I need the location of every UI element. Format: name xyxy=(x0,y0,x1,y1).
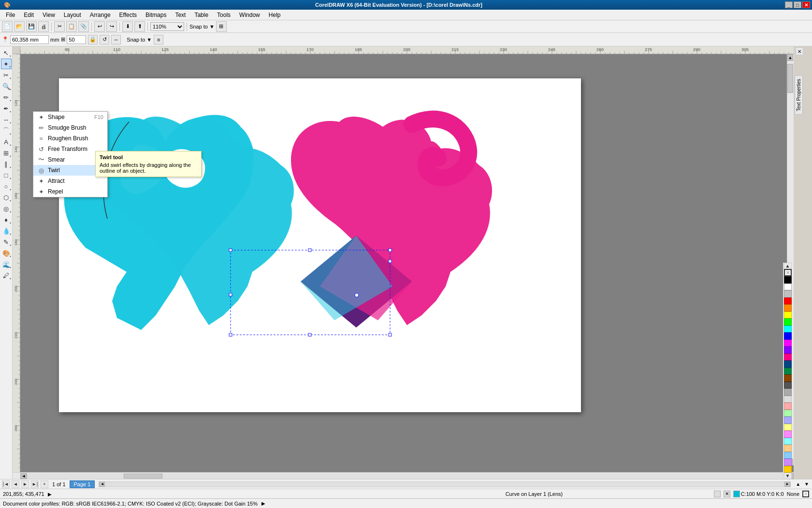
handle-center[interactable] xyxy=(355,293,359,297)
menu-tools[interactable]: Tools xyxy=(213,11,234,19)
menu-table[interactable]: Table xyxy=(190,11,212,19)
snap-btn[interactable]: ⊞ xyxy=(216,21,227,32)
smart-draw-tool[interactable]: ✒▾ xyxy=(1,103,12,114)
color-swatch-darkgreen[interactable] xyxy=(784,368,792,375)
color-swatch-violet[interactable] xyxy=(784,346,792,354)
color-swatch-gray[interactable] xyxy=(784,290,792,298)
dimension-tool[interactable]: ↔▾ xyxy=(1,114,12,125)
hscroll[interactable]: ◄ ► xyxy=(20,473,794,479)
interactive-tool[interactable]: 🖊▾ xyxy=(1,270,12,281)
paste-btn[interactable]: 📎 xyxy=(78,21,89,32)
handle-bm[interactable] xyxy=(308,333,311,336)
ctx-smudge[interactable]: ✏ Smudge Brush xyxy=(33,122,107,133)
color-swatch-gold[interactable] xyxy=(784,466,792,473)
color-swatch-pink[interactable] xyxy=(784,354,792,361)
hscroll-thumb[interactable] xyxy=(124,474,162,478)
page-scroll-left[interactable]: ◄ xyxy=(99,482,105,487)
last-page-btn[interactable]: ►| xyxy=(31,480,39,488)
handle-ml[interactable] xyxy=(229,293,232,296)
menu-effects[interactable]: Effects xyxy=(116,11,141,19)
color-swatch-lightmagenta[interactable] xyxy=(784,431,792,438)
save-btn[interactable]: 💾 xyxy=(26,21,37,32)
x-coord-input[interactable] xyxy=(10,35,49,44)
close-button[interactable]: ✕ xyxy=(802,1,810,8)
color-swatch-lightblue[interactable] xyxy=(784,417,792,424)
table-tool[interactable]: ⊞▾ xyxy=(1,148,12,158)
first-page-btn[interactable]: |◄ xyxy=(2,480,10,488)
handle-bl[interactable] xyxy=(229,333,232,336)
hscroll-left[interactable]: ◄ xyxy=(20,473,27,479)
menu-arrange[interactable]: Arrange xyxy=(86,11,115,19)
ctx-attract[interactable]: ✦ Attract xyxy=(33,176,107,186)
undo-btn[interactable]: ↩ xyxy=(94,21,105,32)
rotation-btn[interactable]: ↺ xyxy=(100,35,109,45)
color-swatch-cyan[interactable] xyxy=(784,326,792,333)
connector-tool[interactable]: ⌒▾ xyxy=(1,125,12,136)
color-swatch-orange[interactable] xyxy=(784,304,792,312)
color-swatch-darkgray[interactable] xyxy=(784,382,792,389)
outline-tool[interactable]: ✎▾ xyxy=(1,237,12,247)
fill-tool[interactable]: 🎨▾ xyxy=(1,248,12,258)
basic-shapes-tool[interactable]: ♦▾ xyxy=(1,214,12,225)
palette-down[interactable]: ▼ xyxy=(784,473,792,479)
text-properties-tab[interactable]: Text Properties xyxy=(795,75,803,115)
color-swatch-lightgreen[interactable] xyxy=(784,410,792,417)
page-scroll-right[interactable]: ► xyxy=(784,482,790,487)
redo-btn[interactable]: ↪ xyxy=(106,21,117,32)
size-input[interactable] xyxy=(67,35,86,44)
handle-br[interactable] xyxy=(389,333,392,336)
menu-help[interactable]: Help xyxy=(265,11,285,19)
select-tool[interactable]: ↖▾ xyxy=(1,47,12,58)
scroll-btn-r[interactable]: ▲ xyxy=(795,481,801,487)
handle-mr[interactable] xyxy=(389,260,392,263)
parallel-tool[interactable]: ∥▾ xyxy=(1,159,12,169)
color-swatch-magenta[interactable] xyxy=(784,340,792,347)
spiral-tool[interactable]: ◎▾ xyxy=(1,203,12,214)
freehand-tool[interactable]: ✏▾ xyxy=(1,92,12,103)
handle-tm[interactable] xyxy=(308,249,311,252)
black-swatch[interactable] xyxy=(784,276,792,284)
polygon-tool[interactable]: ⬡▾ xyxy=(1,192,12,203)
color-swatch-skyblue[interactable] xyxy=(784,452,792,459)
open-btn[interactable]: 📂 xyxy=(14,21,25,32)
color-swatch-lightcyan[interactable] xyxy=(784,438,792,445)
color-swatch-darkblue[interactable] xyxy=(784,360,792,368)
color-swatch-lavender[interactable] xyxy=(784,459,792,466)
mirror-h-btn[interactable]: ↔ xyxy=(111,35,121,45)
ctx-repel[interactable]: ✦ Repel xyxy=(33,186,107,197)
color-swatch-brown[interactable] xyxy=(784,374,792,382)
color-swatch-lightgray[interactable] xyxy=(784,396,792,403)
palette-up[interactable]: ▲ xyxy=(784,263,792,269)
color-swatch-yellow[interactable] xyxy=(784,312,792,319)
rect-tool[interactable]: □▾ xyxy=(1,170,12,180)
menu-layout[interactable]: Layout xyxy=(60,11,85,19)
text-tool[interactable]: A▾ xyxy=(1,136,12,147)
cut-btn[interactable]: ✂ xyxy=(54,21,65,32)
page-hscroll[interactable]: ◄ ► xyxy=(99,481,791,487)
options-btn[interactable]: ≡ xyxy=(154,35,163,45)
print-btn[interactable]: 🖨 xyxy=(38,21,49,32)
panel-close[interactable]: ✕ xyxy=(796,47,803,55)
ctx-roughen[interactable]: ≈ Roughen Brush xyxy=(33,133,107,144)
maximize-button[interactable]: □ xyxy=(794,1,801,8)
lock-ratio-btn[interactable]: 🔒 xyxy=(88,35,98,45)
menu-edit[interactable]: Edit xyxy=(20,11,38,19)
hscroll-track[interactable] xyxy=(27,473,787,479)
menu-file[interactable]: File xyxy=(2,11,19,19)
doc-info-expand[interactable]: ▶ xyxy=(261,501,265,506)
page-tab[interactable]: Page 1 xyxy=(70,480,95,488)
zoom-dropdown[interactable]: 110% 100% 75% 50% xyxy=(150,22,184,31)
import-btn[interactable]: ⬇ xyxy=(122,21,133,32)
prev-page-btn[interactable]: ◄ xyxy=(12,480,19,488)
zoom-tool[interactable]: 🔍▾ xyxy=(1,81,12,91)
menu-text[interactable]: Text xyxy=(171,11,189,19)
menu-window[interactable]: Window xyxy=(235,11,264,19)
drawing-area[interactable]: ✦ Shape F10 ✏ Smudge Brush ≈ Roughen Bru… xyxy=(20,54,794,472)
export-btn[interactable]: ⬆ xyxy=(134,21,145,32)
add-page-btn[interactable]: + xyxy=(41,480,48,488)
minimize-button[interactable]: _ xyxy=(785,1,793,8)
new-btn[interactable]: 📄 xyxy=(2,21,13,32)
color-swatch-lightred[interactable] xyxy=(784,403,792,410)
copy-btn[interactable]: 📋 xyxy=(66,21,77,32)
title-controls[interactable]: _ □ ✕ xyxy=(785,1,810,8)
